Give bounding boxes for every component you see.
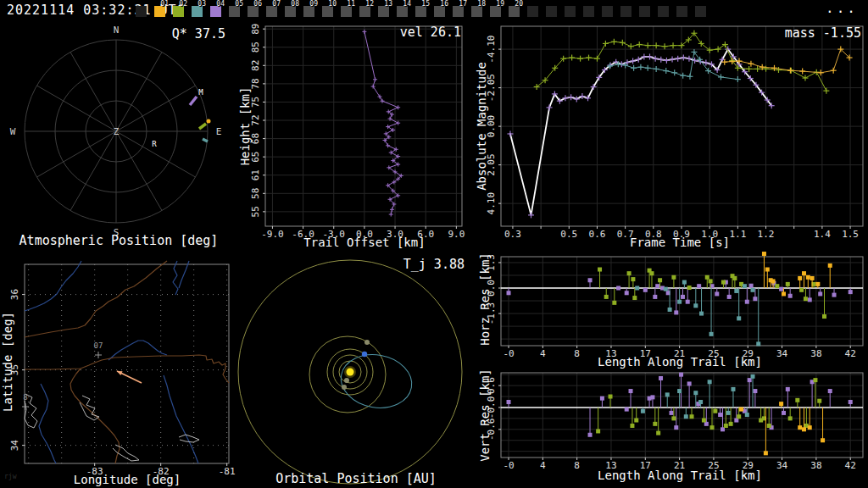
velocity-value: vel 26.1 (400, 25, 461, 40)
camera-square-blank[interactable] (602, 6, 613, 17)
overflow-menu-button[interactable]: ... (826, 0, 858, 16)
camera-square-blank[interactable] (639, 6, 650, 17)
atmospheric-position-plot[interactable]: NSWEZMR (0, 21, 237, 250)
ground-map-plot[interactable]: -83-82-81343536078 (0, 250, 237, 488)
camera-square-label: 18 (477, 1, 486, 8)
camera-square-15[interactable]: 15 (415, 6, 426, 17)
camera-square-17[interactable]: 17 (453, 6, 464, 17)
magnitude-xlabel: Frame Time [s] (492, 236, 868, 249)
svg-text:W: W (10, 126, 16, 137)
camera-square-label: 12 (365, 1, 374, 8)
tisserand-value: T_j 3.88 (403, 257, 465, 272)
orbit-caption: Orbital Position [AU] (237, 471, 475, 486)
svg-text:82: 82 (250, 60, 261, 71)
vert-res-ylabel: Vert Res [km] (478, 369, 492, 462)
camera-square-blank[interactable] (136, 6, 147, 17)
camera-square-label: 16 (440, 1, 448, 8)
camera-square-blank[interactable] (620, 6, 632, 17)
top-bar: 20221114 03:32:31 UTC 010203040506070809… (0, 0, 868, 21)
panel-ground-map: -83-82-81343536078 Longitude [deg] Latit… (0, 250, 237, 488)
camera-square-label: 01 (160, 1, 169, 8)
camera-square-16[interactable]: 16 (434, 6, 445, 17)
svg-text:M: M (198, 88, 203, 97)
panel-light-curve: 0.30.50.60.70.80.91.01.11.21.41.5-4.10-2… (475, 21, 868, 250)
horizontal-residuals-plot[interactable]: -04813172125293438421.30.0-1.3 (475, 250, 868, 369)
camera-square-label: 15 (421, 1, 430, 8)
camera-square-label: 06 (253, 1, 262, 8)
svg-text:-4.10: -4.10 (486, 36, 497, 64)
camera-square-label: 19 (496, 1, 504, 8)
magnitude-ylabel: Absolute Magnitude (475, 62, 488, 191)
camera-square-10[interactable]: 10 (322, 6, 333, 17)
svg-text:89: 89 (250, 24, 261, 35)
camera-square-blank[interactable] (676, 6, 687, 17)
camera-square-label: 09 (309, 1, 318, 8)
svg-text:36: 36 (9, 289, 20, 300)
panel-atmospheric-position: NSWEZMR Q* 37.5 Atmospheric Position [de… (0, 21, 237, 250)
camera-square-label: 10 (328, 1, 337, 8)
svg-text:8: 8 (23, 393, 27, 402)
svg-text:58: 58 (250, 188, 261, 199)
svg-text:E: E (216, 126, 222, 137)
camera-square-blank[interactable] (546, 6, 557, 17)
panel-vertical-residuals: -04813172125293438420.6-0.0-0.6 Length A… (475, 369, 868, 488)
svg-text:34: 34 (9, 440, 20, 452)
camera-square-13[interactable]: 13 (378, 6, 389, 17)
camera-square-11[interactable]: 11 (341, 6, 352, 17)
camera-square-label: 04 (216, 1, 225, 8)
map-ylabel: Latitude [deg] (1, 312, 14, 412)
map-xlabel: Longitude [deg] (17, 473, 237, 486)
camera-square-blank[interactable] (658, 6, 669, 17)
camera-square-03[interactable]: 03 (192, 6, 203, 17)
panel-trail-offset: -9.0-6.0-3.00.03.06.09.05558616568727578… (237, 21, 475, 250)
camera-square-18[interactable]: 18 (471, 6, 482, 17)
camera-square-20[interactable]: 20 (509, 6, 520, 17)
camera-square-01[interactable]: 01 (154, 6, 165, 17)
camera-square-label: 05 (235, 1, 243, 8)
panel-orbital-position: T_j 3.88 Orbital Position [AU] (237, 250, 475, 488)
svg-text:55: 55 (250, 206, 261, 217)
camera-square-blank[interactable] (527, 6, 538, 17)
camera-square-05[interactable]: 05 (229, 6, 240, 17)
svg-text:Z: Z (114, 126, 120, 137)
camera-square-label: 07 (272, 1, 281, 8)
camera-square-12[interactable]: 12 (359, 6, 370, 17)
camera-square-06[interactable]: 06 (248, 6, 259, 17)
camera-square-blank[interactable] (695, 6, 706, 17)
svg-text:4.10: 4.10 (486, 192, 497, 215)
horz-res-ylabel: Horz Res [km] (478, 252, 492, 346)
camera-square-label: 17 (459, 1, 467, 8)
trail-offset-plot[interactable]: -9.0-6.0-3.00.03.06.09.05558616568727578… (237, 21, 475, 250)
svg-text:07: 07 (94, 341, 103, 350)
svg-text:N: N (114, 25, 120, 36)
camera-square-08[interactable]: 08 (285, 6, 296, 17)
camera-square-04[interactable]: 04 (210, 6, 221, 17)
vert-res-xlabel: Length Along Trail [km] (492, 469, 868, 482)
atmospheric-caption: Atmospheric Position [deg] (0, 233, 237, 248)
camera-square-blank[interactable] (583, 6, 594, 17)
svg-text:85: 85 (250, 42, 261, 53)
q-value: Q* 37.5 (172, 26, 225, 42)
camera-square-label: 20 (515, 1, 523, 8)
trail-xlabel: Trail Offset [km] (254, 236, 475, 249)
camera-square-14[interactable]: 14 (397, 6, 408, 17)
trail-ylabel: Height [km] (238, 87, 252, 166)
svg-text:R: R (152, 140, 157, 148)
camera-square-label: 14 (403, 1, 411, 8)
camera-square-label: 11 (347, 1, 355, 8)
horz-res-xlabel: Length Along Trail [km] (492, 355, 868, 369)
camera-square-label: 02 (179, 1, 187, 8)
camera-square-blank[interactable] (565, 6, 576, 17)
camera-square-label: 03 (198, 1, 206, 8)
camera-square-07[interactable]: 07 (266, 6, 277, 17)
panel-horizontal-residuals: -04813172125293438421.30.0-1.3 Length Al… (475, 250, 868, 369)
watermark: rjw (4, 473, 16, 480)
camera-square-09[interactable]: 09 (303, 6, 314, 17)
light-curve-plot[interactable]: 0.30.50.60.70.80.91.01.11.21.41.5-4.10-2… (475, 21, 868, 250)
meteor-analysis-dashboard: { "header": { "timestamp": "20221114 03:… (0, 0, 868, 488)
svg-text:61: 61 (250, 169, 261, 180)
camera-square-label: 08 (291, 1, 299, 8)
camera-square-19[interactable]: 19 (490, 6, 501, 17)
camera-square-02[interactable]: 02 (173, 6, 184, 17)
orbital-position-plot[interactable] (237, 250, 475, 488)
